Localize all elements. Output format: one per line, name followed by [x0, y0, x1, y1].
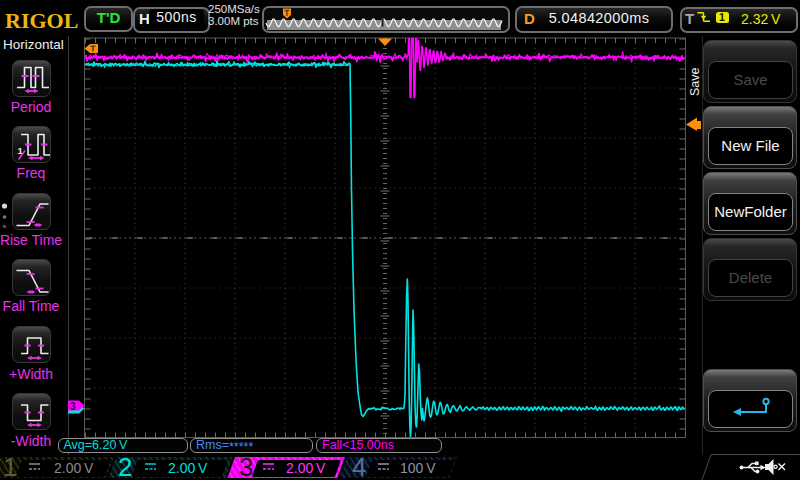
- svg-text:3: 3: [70, 401, 76, 412]
